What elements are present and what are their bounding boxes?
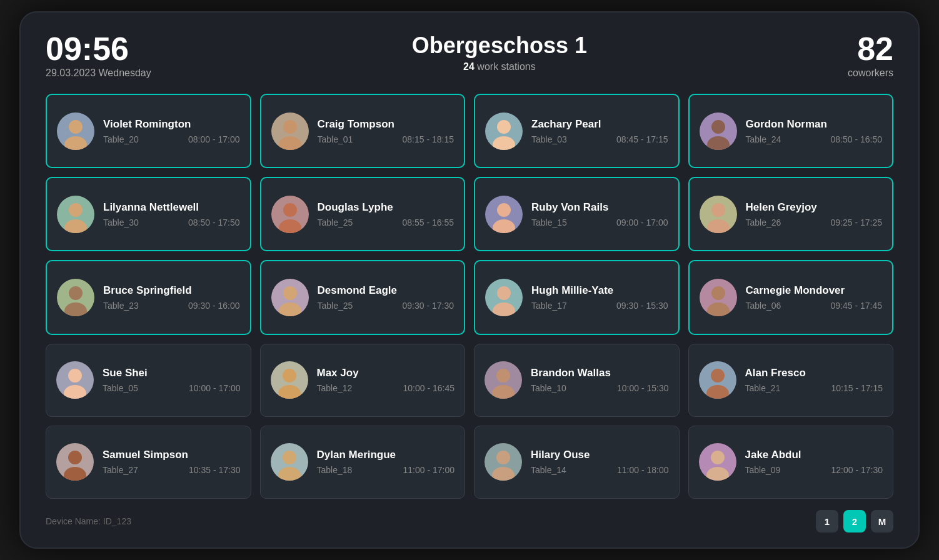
coworker-card[interactable]: Samuel Simpson Table_27 10:35 - 17:30 xyxy=(46,426,251,499)
coworker-card[interactable]: Hugh Millie-Yate Table_17 09:30 - 15:30 xyxy=(474,260,680,334)
card-details: Table_18 11:00 - 17:00 xyxy=(317,465,455,475)
card-info: Douglas Lyphe Table_25 08:55 - 16:55 xyxy=(318,201,454,228)
page-button-1[interactable]: 1 xyxy=(816,510,838,532)
footer: Device Name: ID_123 12M xyxy=(46,510,893,532)
svg-point-40 xyxy=(283,369,296,382)
card-info: Ruby Von Rails Table_15 09:00 - 17:00 xyxy=(531,201,668,228)
svg-point-31 xyxy=(497,286,511,300)
coworker-card[interactable]: Zachary Pearl Table_03 08:45 - 17:15 xyxy=(474,94,680,168)
coworker-card[interactable]: Gordon Norman Table_24 08:50 - 16:50 xyxy=(688,94,894,168)
avatar xyxy=(485,112,523,150)
coworker-card[interactable]: Sue Shei Table_05 10:00 - 17:00 xyxy=(46,344,251,417)
table-label: Table_27 xyxy=(103,465,138,475)
avatar xyxy=(271,443,308,481)
coworker-name: Carnegie Mondover xyxy=(746,284,883,297)
coworker-card[interactable]: Carnegie Mondover Table_06 09:45 - 17:45 xyxy=(688,260,894,334)
workstations-subtitle: 24 work stations xyxy=(412,61,587,72)
header-right: 82 coworkers xyxy=(848,32,893,79)
coworker-card[interactable]: Ruby Von Rails Table_15 09:00 - 17:00 xyxy=(474,177,680,251)
card-info: Dylan Meringue Table_18 11:00 - 17:00 xyxy=(317,449,455,475)
avatar xyxy=(700,112,737,150)
card-info: Hugh Millie-Yate Table_17 09:30 - 15:30 xyxy=(531,284,668,311)
header-center: Obergeschoss 1 24 work stations xyxy=(412,32,587,72)
coworker-card[interactable]: Alan Fresco Table_21 10:15 - 17:15 xyxy=(688,344,894,417)
avatar xyxy=(56,443,94,481)
coworker-card[interactable]: Desmond Eagle Table_25 09:30 - 17:30 xyxy=(260,260,466,334)
coworker-card[interactable]: Brandon Wallas Table_10 10:00 - 15:30 xyxy=(474,344,680,417)
card-info: Max Joy Table_12 10:00 - 16:45 xyxy=(317,367,455,393)
avatar xyxy=(700,196,737,233)
avatar xyxy=(485,279,523,316)
table-label: Table_30 xyxy=(103,218,139,228)
coworker-name: Hugh Millie-Yate xyxy=(531,284,668,297)
coworker-name: Alan Fresco xyxy=(745,367,883,379)
avatar xyxy=(485,361,522,399)
svg-point-13 xyxy=(69,203,83,217)
card-info: Brandon Wallas Table_10 10:00 - 15:30 xyxy=(531,367,669,393)
coworker-name: Dylan Meringue xyxy=(317,449,455,461)
card-info: Bruce Springfield Table_23 09:30 - 16:00 xyxy=(103,284,240,311)
coworker-card[interactable]: Dylan Meringue Table_18 11:00 - 17:00 xyxy=(260,426,466,499)
svg-point-1 xyxy=(69,120,83,134)
svg-point-4 xyxy=(283,120,297,134)
svg-point-37 xyxy=(68,369,82,382)
time-range: 10:00 - 17:00 xyxy=(189,383,241,393)
card-info: Lilyanna Nettlewell Table_30 08:50 - 17:… xyxy=(103,201,240,228)
time-range: 09:30 - 15:30 xyxy=(616,301,668,311)
time-range: 08:55 - 16:55 xyxy=(402,218,454,228)
avatar xyxy=(57,112,94,150)
table-label: Table_06 xyxy=(746,301,781,311)
avatar xyxy=(271,196,309,233)
time-range: 10:15 - 17:15 xyxy=(831,383,883,393)
avatar xyxy=(485,443,522,481)
coworker-name: Ruby Von Rails xyxy=(531,201,668,214)
svg-point-46 xyxy=(711,369,725,382)
time-range: 09:00 - 17:00 xyxy=(616,218,668,228)
card-info: Zachary Pearl Table_03 08:45 - 17:15 xyxy=(531,118,668,144)
card-details: Table_05 10:00 - 17:00 xyxy=(103,383,241,393)
card-details: Table_14 11:00 - 18:00 xyxy=(531,465,669,475)
coworker-card[interactable]: Jake Abdul Table_09 12:00 - 17:30 xyxy=(688,426,894,499)
coworker-name: Zachary Pearl xyxy=(531,118,668,131)
table-label: Table_01 xyxy=(318,134,353,144)
coworker-card[interactable]: Hilary Ouse Table_14 11:00 - 18:00 xyxy=(474,426,680,499)
page-button-m[interactable]: M xyxy=(871,510,893,532)
coworker-name: Craig Tompson xyxy=(318,118,454,131)
card-info: Alan Fresco Table_21 10:15 - 17:15 xyxy=(745,367,883,393)
card-info: Violet Romington Table_20 08:00 - 17:00 xyxy=(103,118,240,144)
table-label: Table_26 xyxy=(746,218,781,228)
time-range: 10:00 - 15:30 xyxy=(617,383,669,393)
coworker-card[interactable]: Craig Tompson Table_01 08:15 - 18:15 xyxy=(260,94,466,168)
coworker-name: Samuel Simpson xyxy=(103,449,241,461)
coworker-name: Jake Abdul xyxy=(745,449,883,461)
coworker-name: Desmond Eagle xyxy=(318,284,454,297)
card-info: Carnegie Mondover Table_06 09:45 - 17:45 xyxy=(746,284,883,311)
avatar xyxy=(57,279,94,316)
table-label: Table_17 xyxy=(531,301,567,311)
avatar xyxy=(700,279,737,316)
coworker-card[interactable]: Lilyanna Nettlewell Table_30 08:50 - 17:… xyxy=(46,177,251,251)
coworkers-grid: Violet Romington Table_20 08:00 - 17:00 … xyxy=(46,94,893,499)
page-button-2[interactable]: 2 xyxy=(843,510,866,532)
card-details: Table_06 09:45 - 17:45 xyxy=(746,301,883,311)
header: 09:56 29.03.2023 Wednesday Obergeschoss … xyxy=(46,32,893,79)
avatar xyxy=(699,443,736,481)
coworker-card[interactable]: Bruce Springfield Table_23 09:30 - 16:00 xyxy=(46,260,251,334)
coworker-card[interactable]: Helen Greyjoy Table_26 09:25 - 17:25 xyxy=(688,177,894,251)
card-info: Helen Greyjoy Table_26 09:25 - 17:25 xyxy=(746,201,883,228)
svg-point-49 xyxy=(68,451,82,464)
device-name: Device Name: ID_123 xyxy=(46,516,131,526)
card-details: Table_15 09:00 - 17:00 xyxy=(531,218,668,228)
card-info: Samuel Simpson Table_27 10:35 - 17:30 xyxy=(103,449,241,475)
coworker-card[interactable]: Max Joy Table_12 10:00 - 16:45 xyxy=(260,344,466,417)
coworker-card[interactable]: Violet Romington Table_20 08:00 - 17:00 xyxy=(46,94,251,168)
card-info: Hilary Ouse Table_14 11:00 - 18:00 xyxy=(531,449,669,475)
floor-title: Obergeschoss 1 xyxy=(412,32,587,59)
header-left: 09:56 29.03.2023 Wednesday xyxy=(46,32,151,79)
coworker-card[interactable]: Douglas Lyphe Table_25 08:55 - 16:55 xyxy=(260,177,466,251)
coworker-name: Brandon Wallas xyxy=(531,367,669,379)
card-details: Table_20 08:00 - 17:00 xyxy=(103,134,240,144)
time-range: 10:00 - 16:45 xyxy=(403,383,454,393)
table-label: Table_24 xyxy=(746,134,781,144)
time-range: 09:45 - 17:45 xyxy=(830,301,882,311)
